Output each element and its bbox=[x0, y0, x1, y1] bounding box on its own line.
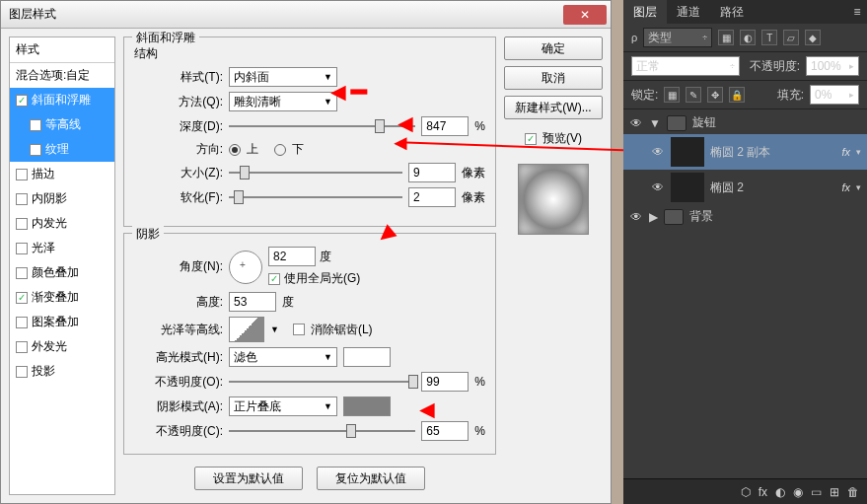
trash-icon[interactable]: 🗑 bbox=[847, 485, 859, 499]
checkbox[interactable] bbox=[16, 218, 28, 230]
checkbox[interactable] bbox=[16, 341, 28, 353]
layer-row[interactable]: 👁椭圆 2fx▾ bbox=[623, 170, 867, 205]
layer-group-row[interactable]: 👁▶背景 bbox=[623, 205, 867, 228]
antialias-checkbox[interactable] bbox=[293, 324, 305, 335]
new-style-button[interactable]: 新建样式(W)... bbox=[504, 96, 603, 119]
expand-icon[interactable]: ▶ bbox=[649, 210, 658, 224]
style-item-inner-shadow[interactable]: 内阴影 bbox=[10, 186, 114, 211]
highlight-color-swatch[interactable] bbox=[343, 347, 391, 367]
filter-type-select[interactable]: 类型÷ bbox=[643, 28, 712, 47]
tab-paths[interactable]: 路径 bbox=[710, 0, 754, 24]
chevron-down-icon[interactable]: ▾ bbox=[856, 147, 861, 157]
cancel-button[interactable]: 取消 bbox=[504, 66, 603, 90]
angle-dial[interactable] bbox=[229, 251, 262, 284]
depth-slider[interactable] bbox=[229, 118, 415, 134]
checkbox[interactable] bbox=[30, 119, 41, 131]
checkbox[interactable] bbox=[30, 144, 41, 156]
style-item-bevel[interactable]: 斜面和浮雕 bbox=[10, 88, 114, 112]
close-button[interactable]: ✕ bbox=[563, 5, 607, 25]
lock-brush-icon[interactable]: ✎ bbox=[686, 87, 701, 103]
group-icon[interactable]: ▭ bbox=[811, 485, 822, 499]
layer-thumbnail[interactable] bbox=[671, 137, 704, 167]
new-layer-icon[interactable]: ⊞ bbox=[830, 485, 839, 499]
checkbox[interactable] bbox=[16, 366, 28, 378]
visibility-icon[interactable]: 👁 bbox=[651, 180, 665, 194]
chevron-down-icon[interactable]: ▼ bbox=[270, 324, 279, 334]
mask-icon[interactable]: ◐ bbox=[775, 485, 785, 499]
soften-slider[interactable] bbox=[229, 189, 402, 205]
fill-input[interactable]: 0%▸ bbox=[810, 85, 859, 105]
size-input[interactable]: 9 bbox=[408, 163, 456, 182]
depth-input[interactable]: 847 bbox=[421, 116, 469, 136]
layer-thumbnail[interactable] bbox=[671, 173, 704, 202]
adjustment-icon[interactable]: ◉ bbox=[793, 485, 803, 499]
checkbox[interactable] bbox=[16, 243, 28, 254]
filter-adjust-icon[interactable]: ◐ bbox=[740, 30, 756, 45]
shadow-color-swatch[interactable] bbox=[343, 396, 391, 416]
style-select[interactable]: 内斜面▼ bbox=[229, 67, 337, 87]
direction-down-radio[interactable] bbox=[274, 144, 286, 156]
fx-badge[interactable]: fx bbox=[841, 181, 850, 193]
direction-up-radio[interactable] bbox=[229, 144, 241, 156]
style-item-outer-glow[interactable]: 外发光 bbox=[10, 334, 114, 359]
blend-options-item[interactable]: 混合选项:自定 bbox=[10, 63, 114, 88]
shadow-opacity-input[interactable]: 65 bbox=[421, 421, 469, 441]
altitude-input[interactable]: 53 bbox=[229, 292, 276, 312]
reset-default-button[interactable]: 复位为默认值 bbox=[317, 467, 425, 490]
style-item-stroke[interactable]: 描边 bbox=[10, 162, 114, 186]
style-item-gradient-overlay[interactable]: 渐变叠加 bbox=[10, 285, 114, 310]
highlight-mode-select[interactable]: 滤色▼ bbox=[229, 347, 337, 367]
collapse-icon[interactable]: ▼ bbox=[649, 116, 661, 130]
link-layers-icon[interactable]: ⬡ bbox=[741, 485, 751, 499]
filter-type-icon[interactable]: T bbox=[761, 30, 777, 45]
panel-menu-icon[interactable]: ≡ bbox=[847, 5, 867, 19]
filter-shape-icon[interactable]: ▱ bbox=[783, 30, 799, 45]
fx-badge[interactable]: fx bbox=[841, 146, 850, 158]
style-item-color-overlay[interactable]: 颜色叠加 bbox=[10, 260, 114, 285]
visibility-icon[interactable]: 👁 bbox=[629, 210, 643, 224]
angle-input[interactable]: 82 bbox=[268, 247, 316, 266]
layer-group-row[interactable]: 👁▼旋钮 bbox=[623, 111, 867, 134]
checkbox[interactable] bbox=[16, 292, 28, 304]
style-item-pattern-overlay[interactable]: 图案叠加 bbox=[10, 310, 114, 334]
style-item-satin[interactable]: 光泽 bbox=[10, 236, 114, 260]
checkbox[interactable] bbox=[16, 193, 28, 205]
lock-position-icon[interactable]: ✥ bbox=[707, 87, 723, 103]
tab-layers[interactable]: 图层 bbox=[623, 0, 667, 24]
shadow-opacity-slider[interactable] bbox=[229, 423, 415, 439]
checkbox[interactable] bbox=[16, 95, 28, 107]
checkbox[interactable] bbox=[16, 267, 28, 279]
lock-all-icon[interactable]: 🔒 bbox=[729, 87, 745, 103]
size-slider[interactable] bbox=[229, 165, 402, 180]
chevron-down-icon[interactable]: ▾ bbox=[856, 182, 861, 192]
titlebar: 图层样式 ✕ bbox=[1, 1, 611, 29]
filter-smart-icon[interactable]: ◆ bbox=[805, 30, 821, 45]
structure-legend: 结构 bbox=[134, 46, 158, 60]
highlight-opacity-slider[interactable] bbox=[229, 374, 415, 390]
visibility-icon[interactable]: 👁 bbox=[651, 145, 665, 159]
soften-input[interactable]: 2 bbox=[408, 187, 456, 207]
global-light-checkbox[interactable] bbox=[268, 273, 280, 285]
tab-channels[interactable]: 通道 bbox=[667, 0, 710, 24]
highlight-opacity-input[interactable]: 99 bbox=[421, 372, 469, 392]
style-item-drop-shadow[interactable]: 投影 bbox=[10, 359, 114, 384]
opacity-input[interactable]: 100%▸ bbox=[806, 56, 859, 76]
checkbox[interactable] bbox=[16, 317, 28, 328]
layer-row[interactable]: 👁椭圆 2 副本fx▾ bbox=[623, 134, 867, 170]
blend-mode-select[interactable]: 正常÷ bbox=[631, 56, 740, 76]
style-item-inner-glow[interactable]: 内发光 bbox=[10, 211, 114, 236]
fx-icon[interactable]: fx bbox=[759, 485, 767, 499]
ok-button[interactable]: 确定 bbox=[504, 36, 603, 60]
shadow-mode-select[interactable]: 正片叠底▼ bbox=[229, 396, 337, 416]
visibility-icon[interactable]: 👁 bbox=[629, 116, 643, 130]
layer-list: 👁▼旋钮 👁椭圆 2 副本fx▾ 👁椭圆 2fx▾ 👁▶背景 bbox=[623, 109, 867, 230]
style-item-texture[interactable]: 纹理 bbox=[10, 137, 114, 162]
style-item-contour[interactable]: 等高线 bbox=[10, 112, 114, 137]
technique-select[interactable]: 雕刻清晰▼ bbox=[229, 92, 337, 111]
make-default-button[interactable]: 设置为默认值 bbox=[194, 467, 303, 490]
lock-pixels-icon[interactable]: ▦ bbox=[664, 87, 680, 103]
preview-checkbox[interactable] bbox=[525, 133, 537, 145]
gloss-contour[interactable] bbox=[229, 317, 264, 342]
checkbox[interactable] bbox=[16, 169, 28, 180]
filter-pixel-icon[interactable]: ▦ bbox=[718, 30, 734, 45]
